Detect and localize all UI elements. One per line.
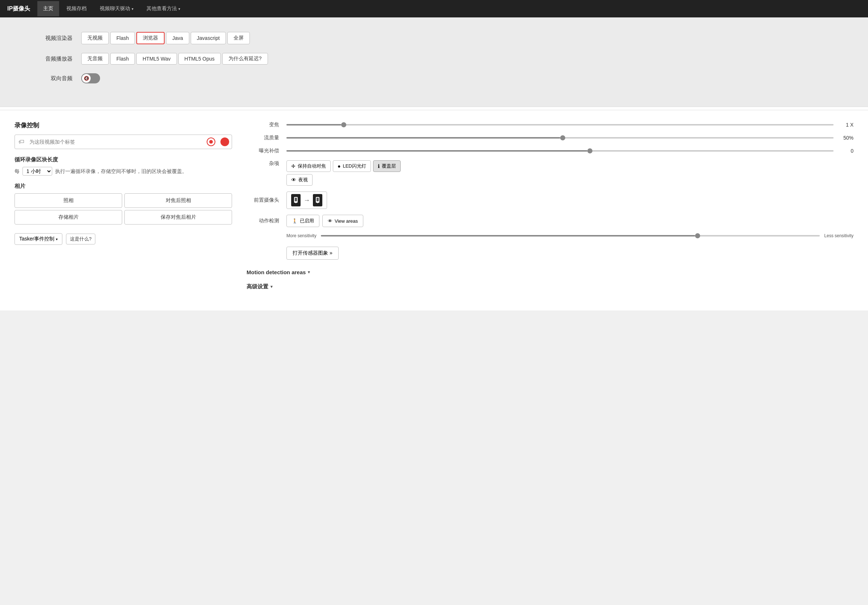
camera-arrow-icon: → — [304, 197, 310, 204]
video-renderer-options: 无视频 Flash 浏览器 Java Javascript 全屏 — [81, 32, 250, 44]
video-option-no-video[interactable]: 无视频 — [81, 32, 109, 44]
store-photo-button[interactable]: 存储相片 — [14, 210, 122, 225]
right-panel: 变焦 1 X 流质量 50% 曝光补偿 — [246, 121, 854, 296]
exposure-slider[interactable] — [287, 147, 834, 155]
main-content: 录像控制 🏷 循环录像区块长度 每 1 小时 30 分钟 2 小时 执行一遍循环… — [0, 110, 868, 310]
svg-rect-1 — [295, 198, 297, 201]
audio-option-flash[interactable]: Flash — [110, 53, 135, 65]
audio-option-html5opus[interactable]: HTML5 Opus — [178, 53, 221, 65]
two-way-audio-toggle[interactable]: 🔇 — [81, 73, 100, 84]
overlay-icon: ℹ — [378, 163, 380, 169]
exposure-value: 0 — [834, 148, 854, 154]
motion-detection-row: 动作检测 🚶 已启用 👁 View areas — [246, 215, 854, 227]
nav-item-home[interactable]: 主页 — [37, 1, 59, 16]
app-brand: IP摄像头 — [7, 5, 30, 13]
zoom-label: 变焦 — [246, 121, 279, 128]
video-option-browser[interactable]: 浏览器 — [136, 32, 164, 44]
nav-item-video-archive[interactable]: 视频存档 — [60, 1, 93, 16]
camera-front-icon — [291, 194, 301, 206]
sensor-image-button[interactable]: 打开传感器图象 » — [287, 247, 339, 260]
section-divider — [0, 107, 868, 110]
sensitivity-slider[interactable] — [321, 232, 820, 239]
preset-camera-box[interactable]: → — [287, 191, 327, 209]
night-vision-button[interactable]: 👁 夜视 — [287, 174, 313, 186]
what-is-this-button[interactable]: 这是什么? — [66, 234, 95, 245]
photo-grid: 照相 对焦后照相 存储相片 保存对焦后相片 — [14, 193, 232, 225]
video-option-java[interactable]: Java — [166, 32, 189, 44]
audio-option-html5wav[interactable]: HTML5 Wav — [136, 53, 177, 65]
tasker-button[interactable]: Tasker事件控制 ▾ — [14, 233, 62, 245]
zoom-row: 变焦 1 X — [246, 121, 854, 129]
camera-back-icon — [313, 194, 322, 206]
tasker-dropdown-arrow: ▾ — [56, 237, 57, 241]
tag-input-row: 🏷 — [14, 135, 232, 149]
night-vision-icon: 👁 — [291, 177, 296, 183]
preset-camera-label: 前置摄像头 — [246, 197, 279, 203]
photo-title: 相片 — [14, 183, 232, 190]
view-areas-eye-icon: 👁 — [328, 218, 332, 224]
motion-areas-section: Motion detection areas ▾ — [246, 267, 854, 278]
quality-row: 流质量 50% — [246, 134, 854, 141]
video-option-fullscreen[interactable]: 全屏 — [227, 32, 250, 44]
store-focus-photo-button[interactable]: 保存对焦后相片 — [124, 210, 232, 225]
loop-recording-desc: 每 1 小时 30 分钟 2 小时 执行一遍循环录像，存储空间不够时，旧的区块会… — [14, 167, 232, 175]
sensitivity-row: More sensitivity Less sensitivity — [246, 232, 854, 239]
tag-icon: 🏷 — [15, 136, 28, 148]
motion-enabled-button[interactable]: 🚶 已启用 — [287, 215, 319, 227]
auto-focus-button[interactable]: ✛ 保持自动对焦 — [287, 160, 331, 172]
view-areas-button[interactable]: 👁 View areas — [322, 215, 363, 227]
audio-player-row: 音频播放器 无音频 Flash HTML5 Wav HTML5 Opus 为什么… — [22, 53, 846, 65]
misc-label: 杂项 — [246, 160, 279, 167]
sensor-row: 打开传感器图象 » — [246, 247, 854, 260]
misc-buttons-row1: ✛ 保持自动对焦 ● LED闪光灯 ℹ 覆盖层 — [287, 160, 401, 172]
audio-player-options: 无音频 Flash HTML5 Wav HTML5 Opus 为什么有延迟? — [81, 53, 268, 65]
left-panel: 录像控制 🏷 循环录像区块长度 每 1 小时 30 分钟 2 小时 执行一遍循环… — [14, 121, 232, 296]
overlay-button[interactable]: ℹ 覆盖层 — [373, 160, 401, 172]
advanced-expand-arrow: ▾ — [270, 284, 273, 289]
focus-photo-button[interactable]: 对焦后照相 — [124, 193, 232, 208]
quality-value: 50% — [834, 135, 854, 141]
audio-option-none[interactable]: 无音频 — [81, 53, 109, 65]
two-way-audio-row: 双向音频 🔇 — [22, 73, 846, 84]
video-option-javascript[interactable]: Javascript — [191, 32, 226, 44]
nav-dropdown-arrow-other: ▾ — [178, 7, 180, 11]
motion-walk-icon: 🚶 — [292, 218, 298, 224]
zoom-slider[interactable] — [287, 121, 834, 129]
motion-areas-expand[interactable]: Motion detection areas ▾ — [246, 267, 854, 278]
navbar: IP摄像头 主页 视频存档 视频聊天驱动 ▾ 其他查看方法 ▾ — [0, 0, 868, 17]
record-outline-icon — [207, 138, 215, 146]
exposure-label: 曝光补偿 — [246, 147, 279, 154]
loop-recording-title: 循环录像区块长度 — [14, 156, 232, 163]
led-flash-button[interactable]: ● LED闪光灯 — [333, 160, 371, 172]
motion-detection-buttons: 🚶 已启用 👁 View areas — [287, 215, 363, 227]
record-button-filled[interactable] — [218, 135, 232, 149]
video-renderer-row: 视频渲染器 无视频 Flash 浏览器 Java Javascript 全屏 — [22, 32, 846, 44]
preset-camera-row: 前置摄像头 → — [246, 191, 854, 209]
tasker-row: Tasker事件控制 ▾ 这是什么? — [14, 233, 232, 245]
video-renderer-label: 视频渲染器 — [22, 35, 73, 42]
misc-buttons-row2: 👁 夜视 — [287, 174, 401, 186]
nav-item-video-chat[interactable]: 视频聊天驱动 ▾ — [94, 1, 139, 16]
advanced-settings-section: 高级设置 ▾ — [246, 281, 854, 292]
record-button-outline[interactable] — [204, 135, 218, 149]
nav-dropdown-arrow-chat: ▾ — [132, 7, 133, 11]
more-sensitivity-label: More sensitivity — [287, 233, 316, 238]
quality-slider[interactable] — [287, 134, 834, 141]
toggle-knob: 🔇 — [82, 74, 91, 83]
loop-interval-select[interactable]: 1 小时 30 分钟 2 小时 — [22, 167, 52, 175]
svg-rect-4 — [316, 198, 319, 201]
led-icon: ● — [338, 163, 341, 169]
zoom-value: 1 X — [834, 122, 854, 128]
nav-item-other-view[interactable]: 其他查看方法 ▾ — [141, 1, 186, 16]
take-photo-button[interactable]: 照相 — [14, 193, 122, 208]
audio-option-why-delay[interactable]: 为什么有延迟? — [222, 53, 268, 65]
svg-point-2 — [296, 202, 296, 203]
motion-areas-expand-arrow: ▾ — [308, 270, 310, 275]
exposure-row: 曝光补偿 0 — [246, 147, 854, 155]
tag-input[interactable] — [28, 136, 204, 147]
top-section: 视频渲染器 无视频 Flash 浏览器 Java Javascript 全屏 音… — [0, 17, 868, 107]
record-dot-icon — [220, 138, 229, 146]
less-sensitivity-label: Less sensitivity — [824, 233, 854, 238]
advanced-expand[interactable]: 高级设置 ▾ — [246, 281, 854, 292]
video-option-flash[interactable]: Flash — [110, 32, 135, 44]
